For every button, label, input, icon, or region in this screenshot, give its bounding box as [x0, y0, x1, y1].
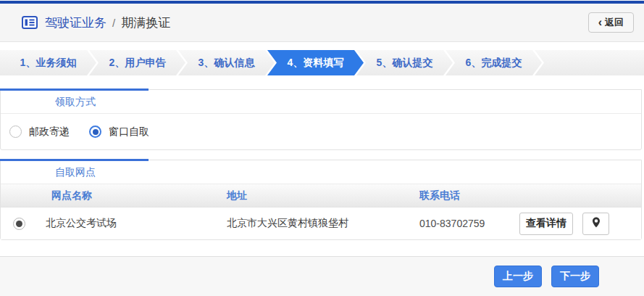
footer-bar: 上一步 下一步 — [0, 256, 644, 296]
step-filler — [535, 50, 644, 75]
radio-option-window-pickup[interactable]: 窗口自取 — [89, 126, 149, 139]
row-radio-checked-icon[interactable] — [13, 218, 25, 230]
radio-option-label: 窗口自取 — [109, 126, 149, 139]
radio-checked-icon[interactable] — [89, 126, 101, 138]
panel-accent-line — [0, 159, 149, 161]
list-icon — [22, 16, 38, 29]
breadcrumb-category: 驾驶证业务 — [45, 15, 106, 31]
radio-option-label: 邮政寄递 — [29, 126, 70, 139]
row-select-cell — [1, 218, 37, 230]
header-address: 地址 — [227, 189, 419, 202]
row-location-name: 北京公交考试场 — [37, 217, 227, 230]
step-2-user-declaration[interactable]: 2、用户申告 — [89, 50, 185, 75]
breadcrumb-separator: / — [112, 17, 115, 29]
radio-unchecked-icon[interactable] — [9, 126, 22, 138]
location-pin-icon — [592, 217, 601, 230]
step-wizard: 1、业务须知 2、用户申告 3、确认信息 4、资料填写 5、确认提交 6、完成提… — [0, 50, 644, 75]
pickup-method-options: 邮政寄递 窗口自取 — [1, 114, 641, 149]
pickup-method-panel: 领取方式 邮政寄递 窗口自取 — [0, 89, 642, 150]
header-phone: 联系电话 — [419, 189, 519, 202]
back-button-label: 返回 — [605, 16, 624, 29]
next-step-button[interactable]: 下一步 — [551, 266, 599, 287]
step-5-confirm-submit[interactable]: 5、确认提交 — [356, 50, 453, 75]
panel-accent-line — [0, 89, 149, 91]
radio-option-postal-delivery[interactable]: 邮政寄递 — [9, 126, 70, 139]
map-location-button[interactable] — [582, 213, 609, 235]
step-3-confirm-info[interactable]: 3、确认信息 — [178, 50, 275, 75]
step-6-complete-submit[interactable]: 6、完成提交 — [446, 50, 542, 75]
previous-step-button[interactable]: 上一步 — [494, 266, 542, 287]
pickup-method-title: 领取方式 — [1, 90, 641, 114]
page-title: 期满换证 — [121, 15, 170, 31]
row-phone: 010-83702759 — [419, 218, 519, 229]
row-address: 北京市大兴区黄村镇狼垡村 — [227, 217, 419, 230]
header-location-name: 网点名称 — [37, 189, 227, 202]
back-button[interactable]: ‹ 返回 — [588, 12, 634, 33]
row-actions: 查看详情 — [519, 213, 641, 235]
pickup-locations-panel: 自取网点 网点名称 地址 联系电话 北京公交考试场 北京市大兴区黄村镇狼垡村 0… — [0, 160, 642, 240]
chevron-left-icon: ‹ — [598, 17, 602, 28]
pickup-locations-title: 自取网点 — [1, 160, 641, 184]
page-header: 驾驶证业务 / 期满换证 ‹ 返回 — [0, 4, 644, 42]
view-details-button[interactable]: 查看详情 — [519, 213, 573, 235]
step-1-business-notice[interactable]: 1、业务须知 — [0, 50, 96, 75]
step-4-fill-data-active[interactable]: 4、资料填写 — [267, 50, 364, 75]
locations-table-header: 网点名称 地址 联系电话 — [1, 184, 641, 207]
table-row: 北京公交考试场 北京市大兴区黄村镇狼垡村 010-83702759 查看详情 — [1, 207, 641, 239]
